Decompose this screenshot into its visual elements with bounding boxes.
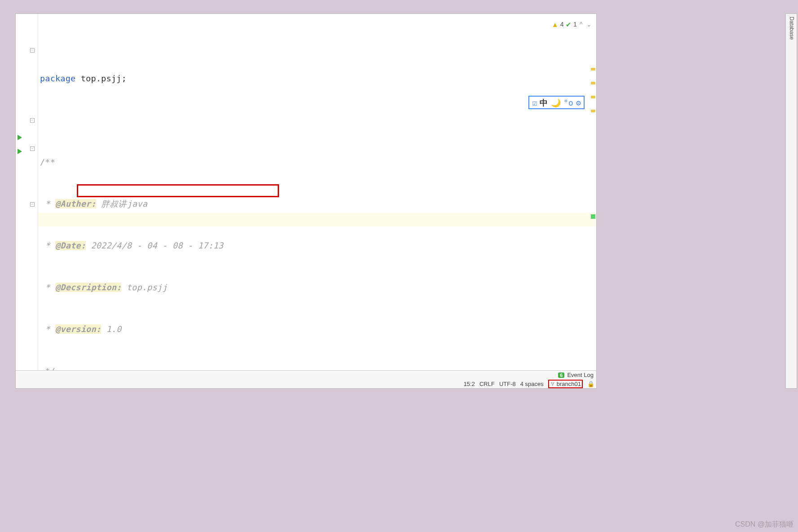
warning-stripe[interactable] xyxy=(591,110,595,112)
warning-count: 4 xyxy=(560,18,564,31)
caret-position[interactable]: 15:2 xyxy=(464,381,475,387)
editor-area: − − − − package top.psjj; /** * @Auther:… xyxy=(16,14,596,370)
fold-icon[interactable]: − xyxy=(30,48,35,53)
inspection-widget[interactable]: ▲ 4 ✔ 1 ^ ⌄ xyxy=(552,18,593,31)
package-name: top.psjj; xyxy=(75,74,126,83)
branch-name: branch01 xyxy=(557,381,581,387)
event-count-badge[interactable]: 6 xyxy=(558,372,564,378)
indent-widget[interactable]: 4 spaces xyxy=(520,381,544,387)
ide-editor-window: − − − − package top.psjj; /** * @Auther:… xyxy=(15,13,597,389)
javadoc-tag: @Decsription: xyxy=(55,283,121,292)
caret-stripe[interactable] xyxy=(591,214,595,219)
branch-icon: 🜉 xyxy=(550,381,556,387)
next-highlight-icon[interactable]: ⌄ xyxy=(585,18,593,31)
javadoc-tag: @Auther: xyxy=(55,199,96,208)
event-log-button[interactable]: Event Log xyxy=(567,372,594,378)
fold-icon[interactable]: − xyxy=(30,146,35,151)
run-class-icon[interactable] xyxy=(18,135,22,140)
code-editor[interactable]: package top.psjj; /** * @Auther: 胖叔讲java… xyxy=(38,14,596,370)
status-bar-event-row: 6 Event Log xyxy=(16,370,596,379)
checkbox-icon[interactable]: ☑ xyxy=(532,96,537,110)
check-icon: ✔ xyxy=(566,18,572,31)
current-line-highlight xyxy=(38,213,596,226)
ok-count: 1 xyxy=(573,18,577,31)
git-branch-widget[interactable]: 🜉 branch01 xyxy=(548,380,583,388)
file-encoding[interactable]: UTF-8 xyxy=(499,381,516,387)
right-tool-rail[interactable]: Database xyxy=(785,13,797,389)
annotation-highlight-box xyxy=(77,184,279,197)
warning-stripe[interactable] xyxy=(591,96,595,98)
watermark: CSDN @加菲猫咂 xyxy=(735,520,794,529)
ime-indicator[interactable]: 中 xyxy=(540,96,548,110)
fold-icon[interactable]: − xyxy=(30,118,35,123)
thermometer-icon[interactable]: °o xyxy=(563,96,573,110)
moon-icon[interactable]: 🌙 xyxy=(551,96,561,110)
fold-icon[interactable]: − xyxy=(30,202,35,207)
floating-config-toolbar[interactable]: ☑ 中 🌙 °o ⚙ xyxy=(528,96,585,109)
warning-icon: ▲ xyxy=(552,18,559,31)
run-main-icon[interactable] xyxy=(18,149,22,154)
status-bar: 15:2 CRLF UTF-8 4 spaces 🜉 branch01 🔒 xyxy=(16,379,596,388)
line-separator[interactable]: CRLF xyxy=(479,381,495,387)
gear-icon[interactable]: ⚙ xyxy=(576,96,581,110)
lock-icon[interactable]: 🔒 xyxy=(587,381,594,387)
keyword-package: package xyxy=(40,74,75,83)
database-toolwindow-label[interactable]: Database xyxy=(789,17,795,40)
warning-stripe[interactable] xyxy=(591,68,595,71)
prev-highlight-icon[interactable]: ^ xyxy=(579,18,584,31)
gutter[interactable]: − − − − xyxy=(16,14,38,370)
comment: /** xyxy=(40,157,55,167)
javadoc-tag: @Date: xyxy=(55,241,86,250)
javadoc-tag: @version: xyxy=(55,324,101,334)
